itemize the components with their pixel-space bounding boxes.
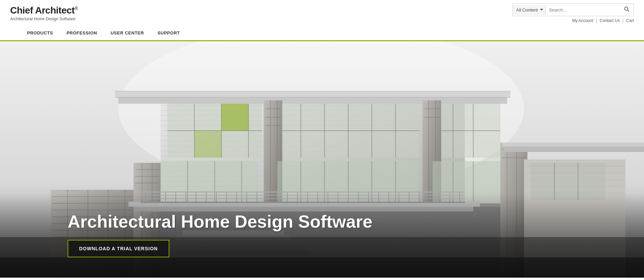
logo-name: Chief Architect [10,5,75,16]
logo-title: Chief Architect® [10,5,78,16]
search-category-dropdown[interactable]: All ContentProductsSupportKB Articles [513,5,546,15]
hero-title: Architectural Home Design Software [68,211,373,232]
svg-point-0 [625,7,628,10]
header-top: Chief Architect® Architectural Home Desi… [10,3,634,26]
nav-item-support[interactable]: SUPPORT [151,26,187,40]
svg-rect-46 [115,91,510,97]
main-nav: PRODUCTS PROFESSION USER CENTER SUPPORT [10,26,634,40]
logo-trademark: ® [75,6,78,11]
nav-item-user-center[interactable]: USER CENTER [104,26,151,40]
site-header: Chief Architect® Architectural Home Desi… [0,0,644,40]
header-right: All ContentProductsSupportKB Articles My… [512,3,634,23]
download-trial-button[interactable]: DOWNLOAD A TRIAL VERSION [68,240,169,257]
contact-us-link[interactable]: Contact Us [600,18,620,23]
svg-rect-143 [502,143,644,147]
nav-item-products[interactable]: PRODUCTS [20,26,60,40]
search-bar: All ContentProductsSupportKB Articles [512,3,634,16]
separator-1: | [596,18,597,23]
search-icon [624,6,629,12]
hero-section: Architectural Home Design Software DOWNL… [0,41,644,278]
hero-content: Architectural Home Design Software DOWNL… [68,211,373,257]
svg-rect-54 [221,104,248,131]
svg-rect-142 [504,146,644,152]
cart-link[interactable]: Cart [626,18,634,23]
svg-rect-55 [194,131,221,158]
nav-item-profession[interactable]: PROFESSION [60,26,104,40]
separator-2: | [622,18,623,23]
logo-subtitle: Architectural Home Design Software [10,17,78,21]
search-button[interactable] [620,4,634,16]
svg-line-1 [628,10,629,12]
search-input[interactable] [546,5,620,15]
svg-rect-125 [140,192,465,193]
logo-area: Chief Architect® Architectural Home Desi… [10,5,78,21]
account-links: My Account | Contact Us | Cart [572,18,634,23]
my-account-link[interactable]: My Account [572,18,593,23]
